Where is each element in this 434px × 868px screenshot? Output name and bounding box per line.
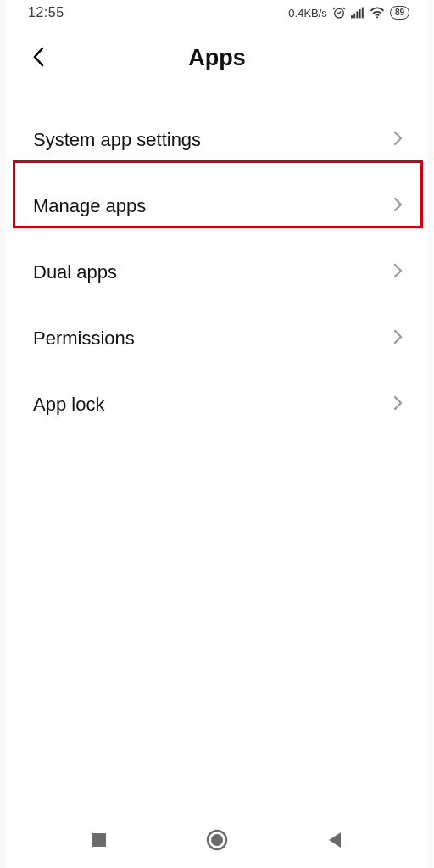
item-label: App lock bbox=[33, 394, 104, 416]
chevron-right-icon bbox=[393, 263, 403, 282]
svg-rect-7 bbox=[92, 833, 106, 847]
svg-point-6 bbox=[376, 16, 378, 18]
wifi-icon bbox=[370, 7, 385, 19]
chevron-right-icon bbox=[393, 197, 403, 216]
battery-level: 89 bbox=[395, 8, 404, 17]
settings-list: System app settings Manage apps Dual app… bbox=[6, 90, 428, 438]
header: Apps bbox=[6, 25, 428, 90]
svg-rect-5 bbox=[362, 8, 364, 19]
item-app-lock[interactable]: App lock bbox=[6, 372, 428, 438]
battery-icon: 89 bbox=[390, 6, 409, 20]
nav-home-button[interactable] bbox=[200, 823, 234, 857]
item-label: System app settings bbox=[33, 129, 201, 151]
alarm-icon bbox=[332, 6, 346, 20]
status-right: 0.4KB/s 89 bbox=[288, 6, 409, 20]
status-net-speed: 0.4KB/s bbox=[288, 7, 327, 20]
circle-icon bbox=[205, 828, 229, 852]
chevron-right-icon bbox=[393, 131, 403, 149]
item-label: Dual apps bbox=[33, 261, 117, 283]
chevron-right-icon bbox=[393, 395, 403, 414]
signal-icon bbox=[351, 7, 364, 19]
triangle-left-icon bbox=[326, 831, 343, 849]
nav-recent-button[interactable] bbox=[82, 823, 116, 857]
item-label: Manage apps bbox=[33, 195, 146, 217]
item-dual-apps[interactable]: Dual apps bbox=[6, 239, 428, 305]
square-icon bbox=[91, 832, 108, 848]
chevron-right-icon bbox=[393, 329, 403, 348]
item-label: Permissions bbox=[33, 328, 135, 350]
svg-point-9 bbox=[211, 834, 223, 846]
back-button[interactable] bbox=[26, 44, 50, 70]
item-permissions[interactable]: Permissions bbox=[6, 305, 428, 372]
svg-rect-1 bbox=[351, 15, 353, 18]
svg-rect-3 bbox=[356, 11, 358, 18]
page-title: Apps bbox=[6, 45, 428, 71]
svg-marker-10 bbox=[329, 832, 341, 848]
android-nav-bar bbox=[6, 815, 428, 868]
svg-rect-4 bbox=[359, 9, 360, 18]
chevron-left-icon bbox=[32, 47, 44, 67]
status-time: 12:55 bbox=[28, 5, 64, 20]
nav-back-button[interactable] bbox=[318, 823, 352, 857]
item-system-app-settings[interactable]: System app settings bbox=[6, 107, 428, 173]
item-manage-apps[interactable]: Manage apps bbox=[6, 173, 428, 239]
svg-rect-2 bbox=[353, 14, 355, 19]
status-bar: 12:55 0.4KB/s 89 bbox=[6, 0, 428, 25]
